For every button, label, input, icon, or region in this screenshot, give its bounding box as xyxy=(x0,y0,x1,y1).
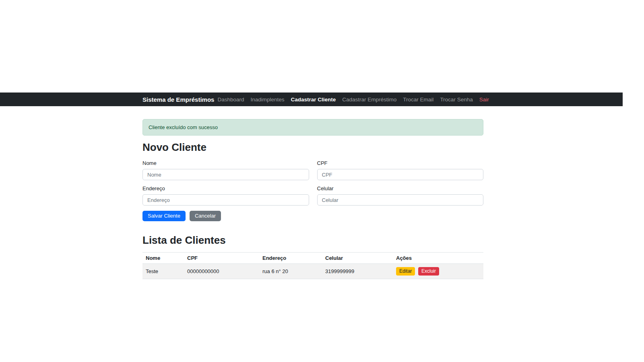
cancelar-button[interactable]: Cancelar xyxy=(190,211,221,221)
nav-link-dashboard[interactable]: Dashboard xyxy=(214,97,247,103)
celular-input[interactable] xyxy=(317,194,484,206)
header-celular: Celular xyxy=(322,253,393,264)
cell-celular: 3199999999 xyxy=(322,264,393,279)
navbar-links: Dashboard Inadimplentes Cadastrar Client… xyxy=(214,97,489,103)
header-cpf: CPF xyxy=(184,253,259,264)
cell-cpf: 00000000000 xyxy=(184,264,259,279)
excluir-button[interactable]: Excluir xyxy=(418,267,439,276)
cell-acoes: Editar Excluir xyxy=(393,264,483,279)
cpf-input[interactable] xyxy=(317,169,484,180)
success-alert: Cliente excluído com sucesso xyxy=(142,119,483,136)
field-group-nome: Nome xyxy=(142,160,309,180)
salvar-cliente-button[interactable]: Salvar Cliente xyxy=(142,211,186,221)
clients-table-body: Teste 00000000000 rua 6 n° 20 3199999999… xyxy=(142,264,483,279)
header-nome: Nome xyxy=(142,253,184,264)
clients-table: Nome CPF Endereço Celular Ações Teste 00… xyxy=(142,252,483,279)
header-acoes: Ações xyxy=(393,253,483,264)
endereco-input[interactable] xyxy=(142,194,309,206)
form-actions: Salvar Cliente Cancelar xyxy=(142,211,483,221)
endereco-label: Endereço xyxy=(142,185,309,191)
field-group-cpf: CPF xyxy=(317,160,484,180)
cpf-label: CPF xyxy=(317,160,484,166)
nav-link-trocar-email[interactable]: Trocar Email xyxy=(400,97,437,103)
main-content: Cliente excluído com sucesso Novo Client… xyxy=(142,119,483,279)
field-group-celular: Celular xyxy=(317,185,484,206)
nav-link-cadastrar-cliente[interactable]: Cadastrar Cliente xyxy=(288,97,339,103)
nav-link-sair[interactable]: Sair xyxy=(476,97,489,103)
celular-label: Celular xyxy=(317,185,484,191)
navbar-brand-label: Sistema de Empréstimos xyxy=(142,96,214,103)
table-row: Teste 00000000000 rua 6 n° 20 3199999999… xyxy=(142,264,483,279)
table-header-row: Nome CPF Endereço Celular Ações xyxy=(142,253,483,264)
browser-white-space xyxy=(0,0,623,93)
navbar-brand[interactable]: Sistema de Empréstimos xyxy=(142,96,214,103)
page-viewport: Sistema de Empréstimos Dashboard Inadimp… xyxy=(0,0,623,279)
field-group-endereco: Endereço xyxy=(142,185,309,206)
page-title-lista-clientes: Lista de Clientes xyxy=(142,234,483,247)
header-endereco: Endereço xyxy=(259,253,322,264)
nav-link-trocar-senha[interactable]: Trocar Senha xyxy=(437,97,476,103)
clients-table-head: Nome CPF Endereço Celular Ações xyxy=(142,253,483,264)
cell-endereco: rua 6 n° 20 xyxy=(259,264,322,279)
nome-input[interactable] xyxy=(142,169,309,180)
nav-link-inadimplentes[interactable]: Inadimplentes xyxy=(247,97,287,103)
navbar-container: Sistema de Empréstimos Dashboard Inadimp… xyxy=(142,96,483,103)
nome-label: Nome xyxy=(142,160,309,166)
top-navbar: Sistema de Empréstimos Dashboard Inadimp… xyxy=(0,93,623,106)
editar-button[interactable]: Editar xyxy=(396,267,415,276)
novo-cliente-form: Nome CPF Endereço Celular S xyxy=(142,160,483,221)
nav-link-cadastrar-emprestimo[interactable]: Cadastrar Empréstimo xyxy=(339,97,400,103)
page-title-novo-cliente: Novo Cliente xyxy=(142,141,483,154)
cell-nome: Teste xyxy=(142,264,184,279)
